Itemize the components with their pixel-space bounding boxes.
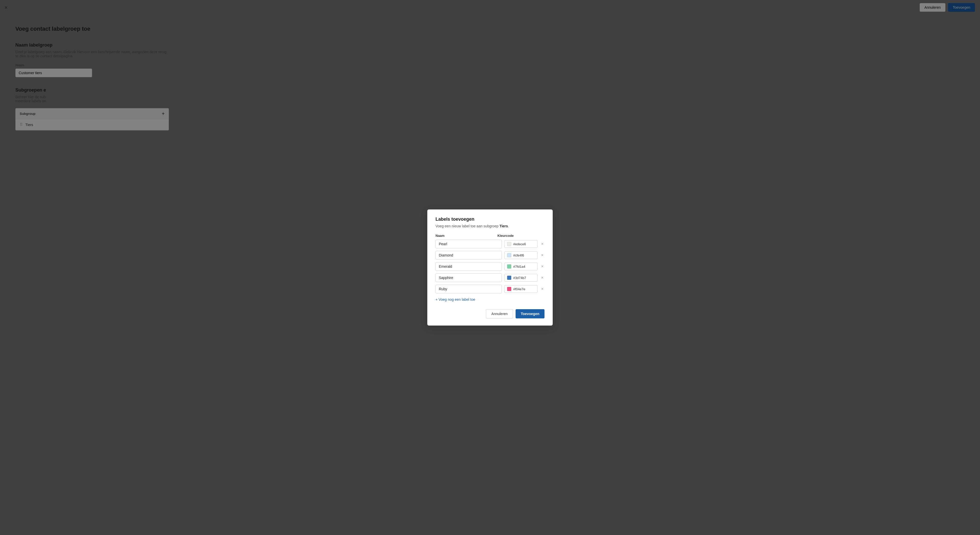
label-name-input[interactable] (436, 285, 502, 293)
label-name-input[interactable] (436, 262, 502, 271)
modal: Labels toevoegen Voeg een nieuw label to… (427, 210, 553, 325)
remove-label-button[interactable]: × (540, 275, 544, 281)
remove-label-button[interactable]: × (540, 263, 544, 270)
modal-cancel-button[interactable]: Annuleren (486, 309, 513, 318)
modal-overlay: Labels toevoegen Voeg een nieuw label to… (0, 0, 980, 535)
modal-cols-header: Naam Kleurcode (436, 234, 544, 238)
add-label-button[interactable]: + Voeg nog een label toe (436, 296, 475, 303)
color-input-wrap[interactable]: #7fd1a4 (504, 263, 538, 270)
color-swatch (507, 276, 511, 280)
color-input-wrap[interactable]: #edece6 (504, 240, 538, 248)
modal-subtitle: Voeg een nieuw label toe aan subgroep Ti… (436, 224, 544, 228)
label-rows: #edece6×#cfe4f6×#7fd1a4×#3d74b7×#f04e7e× (436, 240, 544, 293)
color-text: #3d74b7 (513, 276, 535, 280)
label-row: #cfe4f6× (436, 251, 544, 260)
label-row: #edece6× (436, 240, 544, 248)
label-row: #3d74b7× (436, 273, 544, 282)
label-row: #f04e7e× (436, 285, 544, 293)
modal-title: Labels toevoegen (436, 217, 544, 222)
remove-label-button[interactable]: × (540, 286, 544, 292)
label-name-input[interactable] (436, 273, 502, 282)
remove-label-button[interactable]: × (540, 241, 544, 247)
color-swatch (507, 264, 511, 268)
label-name-input[interactable] (436, 251, 502, 260)
color-text: #7fd1a4 (513, 265, 535, 268)
color-input-wrap[interactable]: #3d74b7 (504, 274, 538, 281)
col-naam-header: Naam (436, 234, 493, 238)
color-input-wrap[interactable]: #cfe4f6 (504, 251, 538, 259)
modal-footer: Annuleren Toevoegen (436, 309, 544, 318)
label-row: #7fd1a4× (436, 262, 544, 271)
modal-submit-button[interactable]: Toevoegen (515, 309, 544, 318)
color-swatch (507, 242, 511, 246)
col-kleur-header: Kleurcode (498, 234, 533, 238)
color-text: #cfe4f6 (513, 254, 535, 257)
color-text: #f04e7e (513, 287, 535, 291)
color-swatch (507, 253, 511, 257)
color-swatch (507, 287, 511, 291)
label-name-input[interactable] (436, 240, 502, 248)
color-input-wrap[interactable]: #f04e7e (504, 285, 538, 293)
remove-label-button[interactable]: × (540, 252, 544, 259)
color-text: #edece6 (513, 242, 535, 246)
